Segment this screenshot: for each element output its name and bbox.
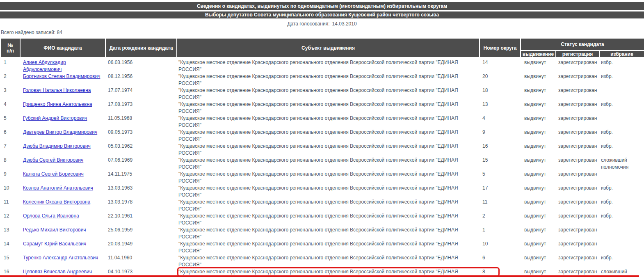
birth-date: 05.03.1962 (105, 143, 177, 157)
candidate-name-link[interactable]: Колесник Оксана Викторовна (23, 199, 90, 205)
candidate-name-link[interactable]: Калюта Сергей Борисович (23, 171, 84, 177)
col-header-status: Статус кандидата (521, 38, 644, 50)
nominating-subject: "Кущевское местное отделение Краснодарск… (177, 227, 480, 240)
status-registration: зарегистрирован (556, 57, 599, 73)
row-number: 3 (0, 87, 20, 101)
status-election (599, 171, 644, 185)
status-election: избр. (599, 57, 644, 73)
district-number: 20 (480, 73, 521, 87)
birth-date: 13.03.1978 (105, 199, 177, 213)
table-row: 2 Бортников Степан Владимирович 08.12.19… (0, 73, 644, 87)
status-election (599, 227, 644, 240)
candidate-name-link[interactable]: Дзюба Сергей Викторович (23, 157, 83, 163)
row-number: 14 (0, 240, 20, 254)
status-registration: зарегистрирован (556, 171, 599, 185)
row-number: 16 (0, 268, 20, 277)
status-election (599, 87, 644, 101)
candidate-name-cell: Орлова Ольга Ивановна (20, 213, 105, 227)
report-title-bar: Сведения о кандидатах, выдвинутых по одн… (0, 2, 644, 10)
candidate-name-link[interactable]: Редько Михаил Викторович (23, 227, 86, 233)
district-number: 8 (480, 268, 521, 277)
status-registration: зарегистрирован (556, 199, 599, 213)
status-nomination: выдвинут (521, 213, 556, 227)
nominating-subject: "Кущевское местное отделение Краснодарск… (177, 101, 480, 115)
election-title-bar: Выборы депутатов Совета муниципального о… (0, 11, 644, 18)
candidate-name-link[interactable]: Сарамут Юрий Васильевич (23, 241, 86, 247)
table-row: 10 Козлов Анатолий Анатольевич 13.03.196… (0, 185, 644, 199)
status-registration: зарегистрирован (556, 213, 599, 227)
birth-date: 06.03.1956 (105, 57, 177, 73)
row-number: 5 (0, 115, 20, 129)
candidate-name-link[interactable]: Головач Наталья Николаевна (23, 87, 91, 93)
status-nomination: выдвинут (521, 101, 556, 115)
table-row: 15 Туренко Александр Анатольевич 11.04.1… (0, 254, 644, 268)
district-number: 16 (480, 143, 521, 157)
nominating-subject: "Кущевское местное отделение Краснодарск… (177, 213, 480, 227)
candidate-name-link[interactable]: Орлова Ольга Ивановна (23, 213, 79, 219)
candidate-name-cell: Грищенко Янина Анатольевна (20, 101, 105, 115)
col-header-district: Номер округа (480, 38, 521, 57)
candidate-name-link[interactable]: Цеповяз Вячеслав Андреевич (23, 269, 92, 275)
table-row: 13 Редько Михаил Викторович 25.06.1959 "… (0, 227, 644, 240)
row-number: 4 (0, 101, 20, 115)
birth-date: 13.03.1963 (105, 185, 177, 199)
candidate-name-cell: Цеповяз Вячеслав Андреевич (20, 268, 105, 277)
birth-date: 17.07.1974 (105, 87, 177, 101)
candidate-name-link[interactable]: Дзюба Владимир Викторович (23, 143, 91, 149)
vote-date-line: Дата голосования:14.03.2010 (0, 21, 644, 27)
candidate-name-link[interactable]: Туренко Александр Анатольевич (23, 255, 98, 261)
col-header-registration: регистрация (556, 50, 599, 57)
birth-date: 25.06.1959 (105, 227, 177, 240)
nominating-subject: "Кущевское местное отделение Краснодарск… (177, 129, 480, 143)
status-election (599, 115, 644, 129)
candidate-name-cell: Редько Михаил Викторович (20, 227, 105, 240)
birth-date: 20.03.1949 (105, 240, 177, 254)
nominating-subject: "Кущевское местное отделение Краснодарск… (177, 115, 480, 129)
status-election: избр. (599, 73, 644, 87)
candidate-name-link[interactable]: Девтерев Виктор Владимирович (23, 129, 97, 135)
candidate-name-cell: Туренко Александр Анатольевич (20, 254, 105, 268)
district-number: 2 (480, 213, 521, 227)
table-row: 3 Головач Наталья Николаевна 17.07.1974 … (0, 87, 644, 101)
status-nomination: выдвинут (521, 185, 556, 199)
col-header-birth: Дата рождения кандидата (105, 38, 177, 57)
row-number: 7 (0, 143, 20, 157)
district-number: 6 (480, 254, 521, 268)
status-nomination: выдвинут (521, 171, 556, 185)
candidate-name-cell: Калюта Сергей Борисович (20, 171, 105, 185)
status-registration: зарегистрирован (556, 157, 599, 171)
nominating-subject: "Кущевское местное отделение Краснодарск… (177, 268, 480, 277)
status-nomination: выдвинут (521, 129, 556, 143)
birth-date: 04.10.1973 (105, 268, 177, 277)
candidate-name-link[interactable]: Грищенко Янина Анатольевна (23, 101, 92, 107)
nominating-subject: "Кущевское местное отделение Краснодарск… (177, 73, 480, 87)
candidate-name-cell: Дзюба Сергей Викторович (20, 157, 105, 171)
district-number: 9 (480, 129, 521, 143)
nominating-subject: "Кущевское местное отделение Краснодарск… (177, 157, 480, 171)
row-number: 10 (0, 185, 20, 199)
candidate-name-cell: Колесник Оксана Викторовна (20, 199, 105, 213)
status-registration: зарегистрирован (556, 87, 599, 101)
candidate-name-cell: Сарамут Юрий Васильевич (20, 240, 105, 254)
candidate-name-link[interactable]: Алиев Абдулкадир Абдулселимович (23, 60, 66, 72)
nominating-subject: "Кущевское местное отделение Краснодарск… (177, 171, 480, 185)
district-number: 5 (480, 171, 521, 185)
candidate-name-link[interactable]: Бортников Степан Владимирович (23, 73, 100, 79)
candidate-name-cell: Губский Андрей Викторович (20, 115, 105, 129)
table-row: 11 Колесник Оксана Викторовна 13.03.1978… (0, 199, 644, 213)
candidate-name-link[interactable]: Козлов Анатолий Анатольевич (23, 185, 93, 191)
candidate-name-cell: Девтерев Виктор Владимирович (20, 129, 105, 143)
col-header-nomination: выдвижение (521, 50, 556, 57)
district-number: 11 (480, 199, 521, 213)
candidate-name-cell: Головач Наталья Николаевна (20, 87, 105, 101)
table-row: 12 Орлова Ольга Ивановна 22.10.1961 "Кущ… (0, 213, 644, 227)
birth-date: 14.11.1975 (105, 171, 177, 185)
district-number: 1 (480, 227, 521, 240)
table-row: 4 Грищенко Янина Анатольевна 17.08.1973 … (0, 101, 644, 115)
nominating-subject: "Кущевское местное отделение Краснодарск… (177, 143, 480, 157)
candidate-name-link[interactable]: Губский Андрей Викторович (23, 115, 87, 121)
row-number: 2 (0, 73, 20, 87)
candidate-name-cell: Дзюба Владимир Викторович (20, 143, 105, 157)
candidate-name-cell: Бортников Степан Владимирович (20, 73, 105, 87)
page: Сведения о кандидатах, выдвинутых по одн… (0, 0, 644, 277)
